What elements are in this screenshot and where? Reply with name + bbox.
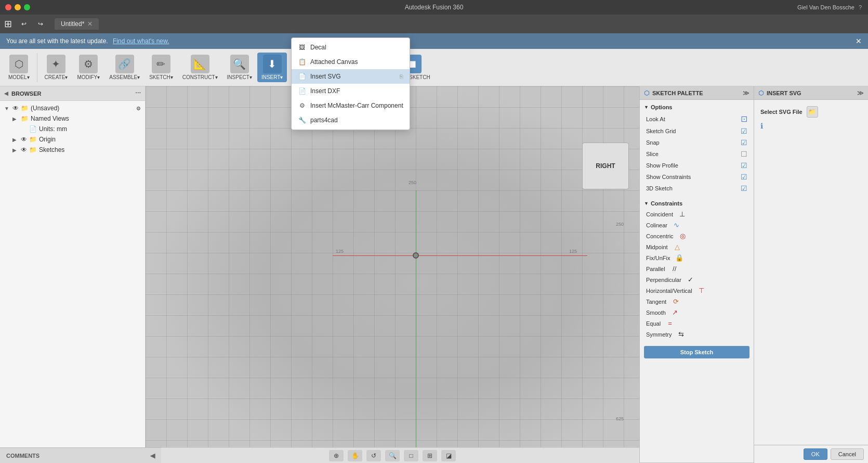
tab-untitled[interactable]: Untitled* ✕ [55, 18, 99, 30]
root-settings-icon[interactable]: ⚙ [136, 106, 141, 111]
equal-row[interactable]: Equal = [640, 318, 754, 329]
insert-dropdown-menu: 🖼 Decal 📋 Attached Canvas 📄 Insert SVG ⎘… [291, 37, 410, 130]
canvas-area[interactable]: 125 125 250 250 625 RIGHT ⊕ ✋ ↺ 🔍 □ ⊞ ◪ [146, 86, 639, 463]
tree-item-named-views[interactable]: ▶ 📁 Named Views [0, 113, 145, 124]
menu-bar: ⊞ ↩ ↪ Untitled* ✕ [0, 15, 868, 33]
tab-close-icon[interactable]: ✕ [87, 20, 93, 28]
constraints-label: Constraints [651, 200, 682, 207]
construct-tool[interactable]: 📐 CONSTRUCT▾ [178, 53, 222, 82]
model-tool[interactable]: ⬡ MODEL▾ [4, 53, 34, 82]
3d-sketch-row: 3D Sketch ☑ [640, 183, 754, 194]
menu-item-mcmaster[interactable]: ⚙ Insert McMaster-Carr Component [292, 98, 410, 113]
perpendicular-row[interactable]: Perpendicular ✓ [640, 274, 754, 285]
minimize-button[interactable] [15, 4, 21, 10]
show-constraints-label: Show Constraints [646, 174, 737, 180]
browser-collapse-arrow[interactable]: ◀ [4, 91, 8, 96]
attached-canvas-label: Attached Canvas [310, 58, 358, 66]
tangent-row[interactable]: Tangent ⟳ [640, 296, 754, 307]
menu-item-insert-dxf[interactable]: 📄 Insert DXF [292, 84, 410, 98]
menu-item-attached-canvas[interactable]: 📋 Attached Canvas [292, 55, 410, 69]
coincident-row[interactable]: Coincident ⊥ [640, 209, 754, 220]
insert-svg-header: ⬡ INSERT SVG ≫ [754, 86, 868, 100]
create-tool[interactable]: ✦ CREATE▾ [41, 53, 72, 82]
stop-sketch-button[interactable]: Stop Sketch [644, 346, 749, 358]
maximize-button[interactable] [24, 4, 30, 10]
show-constraints-checkbox[interactable]: ☑ [741, 173, 747, 181]
tree-item-units[interactable]: 📄 Units: mm [0, 124, 145, 134]
perpendicular-icon: ✓ [686, 276, 696, 284]
parallel-label: Parallel [646, 266, 665, 272]
parallel-row[interactable]: Parallel // [640, 263, 754, 274]
constraints-section-header[interactable]: ▼ Constraints [640, 198, 754, 209]
undo-btn[interactable]: ↩ [16, 18, 32, 30]
display-btn[interactable]: □ [404, 450, 418, 461]
tangent-label: Tangent [646, 299, 666, 305]
named-views-expand-icon: ▶ [12, 116, 19, 122]
assemble-tool[interactable]: 🔗 ASSEMBLE▾ [105, 53, 144, 82]
tree-item-sketches[interactable]: ▶ 👁 📁 Sketches [0, 145, 145, 155]
close-button[interactable] [5, 4, 11, 10]
units-icon: 📄 [29, 125, 37, 133]
show-profile-checkbox[interactable]: ☑ [741, 161, 747, 170]
notif-link[interactable]: Find out what's new. [113, 37, 169, 45]
modify-label: MODIFY▾ [77, 74, 100, 80]
symmetry-row[interactable]: Symmetry ⇆ [640, 329, 754, 340]
options-section-header[interactable]: ▼ Options [640, 102, 754, 112]
snap-checkbox[interactable]: ☑ [741, 138, 747, 147]
attached-canvas-icon: 📋 [298, 58, 306, 66]
colinear-icon: ∿ [672, 221, 682, 229]
show-profile-label: Show Profile [646, 162, 737, 169]
inspect-icon: 🔍 [230, 55, 249, 73]
3d-sketch-checkbox[interactable]: ☑ [741, 184, 747, 192]
modify-tool[interactable]: ⚙ MODIFY▾ [73, 53, 104, 82]
insert-label: INSERT▾ [261, 74, 283, 80]
smooth-row[interactable]: Smooth ↗ [640, 307, 754, 318]
cancel-button[interactable]: Cancel [831, 448, 864, 460]
orbit-btn[interactable]: ↺ [366, 450, 381, 461]
insert-svg-label: Insert SVG [310, 73, 341, 80]
concentric-row[interactable]: Concentric ◎ [640, 230, 754, 241]
view-cube[interactable]: RIGHT [582, 143, 629, 189]
smooth-icon: ↗ [670, 308, 680, 316]
sketch-tool[interactable]: ✏ SKETCH▾ [145, 53, 177, 82]
fix-unfix-row[interactable]: Fix/UnFix 🔒 [640, 252, 754, 263]
horizontal-vertical-row[interactable]: Horizontal/Vertical ⊤ [640, 285, 754, 296]
comments-expand-icon[interactable]: ◀ [150, 452, 155, 459]
menu-item-parts4cad[interactable]: 🔧 parts4cad [292, 113, 410, 127]
snap-btn[interactable]: ◪ [441, 450, 456, 461]
look-at-btn[interactable]: ⊡ [741, 114, 747, 124]
inspect-tool[interactable]: 🔍 INSPECT▾ [223, 53, 256, 82]
insert-svg-expand-btn[interactable]: ≫ [857, 89, 864, 97]
model-icon: ⬡ [9, 55, 28, 73]
sketch-palette-expand-btn[interactable]: ≫ [743, 89, 749, 97]
tree-item-origin[interactable]: ▶ 👁 📁 Origin [0, 134, 145, 145]
look-at-row: Look At ⊡ [640, 112, 754, 125]
colinear-row[interactable]: Colinear ∿ [640, 220, 754, 230]
app-layout: Autodesk Fusion 360 Giel Van Den Bossche… [0, 0, 868, 463]
notif-close[interactable]: ✕ [856, 37, 862, 45]
sketches-eye-icon: 👁 [21, 146, 27, 153]
midpoint-row[interactable]: Midpoint △ [640, 241, 754, 252]
pan-btn[interactable]: ✋ [348, 450, 362, 461]
browser-panel: ◀ BROWSER ⋯ ▼ 👁 📁 (Unsaved) ⚙ ▶ 📁 Named … [0, 86, 146, 463]
redo-btn[interactable]: ↪ [33, 18, 48, 30]
slice-checkbox[interactable]: ☐ [741, 150, 747, 158]
menu-item-decal[interactable]: 🖼 Decal [292, 40, 410, 55]
menu-item-insert-svg[interactable]: 📄 Insert SVG ⎘ [292, 69, 410, 84]
browser-header: ◀ BROWSER ⋯ [0, 86, 145, 101]
help-icon[interactable]: ? [859, 4, 862, 10]
browser-options-icon[interactable]: ⋯ [135, 90, 141, 97]
tree-item-root[interactable]: ▼ 👁 📁 (Unsaved) ⚙ [0, 103, 145, 113]
toolbar-sep-1 [37, 53, 37, 82]
ok-button[interactable]: OK [804, 448, 827, 460]
sketch-grid-checkbox[interactable]: ☑ [741, 127, 747, 135]
insert-dxf-icon: 📄 [298, 87, 306, 95]
options-label: Options [651, 104, 673, 110]
ruler-right250: 250 [616, 222, 624, 227]
grid-btn[interactable]: ⊞ [423, 450, 437, 461]
app-icon[interactable]: ⊞ [4, 18, 12, 30]
svg-folder-button[interactable]: 📁 [807, 106, 818, 118]
insert-tool[interactable]: ⬇ INSERT▾ [257, 53, 287, 82]
zoom-btn[interactable]: 🔍 [385, 450, 400, 461]
origin-btn[interactable]: ⊕ [329, 450, 344, 461]
